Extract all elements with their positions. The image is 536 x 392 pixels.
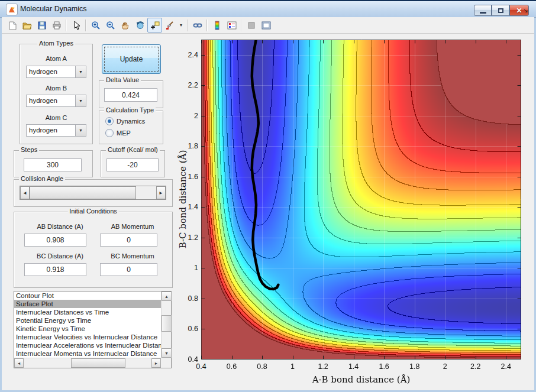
bc-distance-label: BC Distance (A) — [20, 252, 100, 260]
calculation-type-panel: Calculation Type Dynamics MEP — [99, 111, 163, 144]
delta-value-field[interactable]: 0.424 — [104, 88, 157, 102]
brush-icon[interactable] — [162, 18, 177, 33]
pointer-icon[interactable] — [69, 18, 83, 33]
figure-toolbar: ▾ — [2, 17, 534, 34]
zoom-in-icon[interactable] — [88, 18, 103, 33]
horizontal-scrollbar[interactable]: ◄ ► — [14, 358, 161, 368]
colorbar-icon[interactable] — [209, 18, 224, 33]
restore-icon — [498, 8, 503, 13]
hide-plot-tools-icon[interactable] — [244, 18, 259, 33]
y-tick-label: 2.4 — [179, 51, 198, 59]
ab-momentum-label: AB Momentum — [100, 223, 165, 230]
matlab-app-icon — [6, 4, 18, 15]
x-tick-label: 1.4 — [342, 362, 366, 371]
new-figure-icon[interactable] — [5, 18, 20, 33]
steps-field[interactable]: 300 — [24, 158, 82, 171]
slider-left-arrow-icon[interactable]: ◄ — [20, 186, 30, 199]
radio-unselected-icon — [105, 129, 114, 137]
bc-momentum-label: BC Momentum — [100, 252, 165, 260]
minimize-button[interactable] — [474, 5, 492, 16]
cutoff-field[interactable]: -20 — [106, 158, 159, 171]
zoom-out-icon[interactable] — [103, 18, 118, 33]
chevron-down-icon[interactable]: ▼ — [75, 95, 86, 106]
radio-selected-icon — [105, 117, 114, 125]
toolbar-overflow-arrow[interactable]: ↘ — [523, 7, 528, 14]
horizontal-scroll-track[interactable] — [24, 358, 151, 368]
vertical-scrollbar[interactable]: ▲ ▼ — [161, 291, 171, 358]
slider-right-arrow-icon[interactable]: ► — [156, 186, 166, 199]
list-item[interactable]: Internuclear Accelerations vs Internucle… — [14, 341, 161, 349]
slider-thumb[interactable] — [30, 186, 136, 199]
pan-icon[interactable] — [118, 18, 133, 33]
list-item[interactable]: Contour Plot — [14, 291, 161, 300]
atom-a-dropdown[interactable]: hydrogen ▼ — [26, 66, 86, 78]
atom-a-value: hydrogen — [27, 66, 75, 77]
initial-conditions-title: Initial Conditions — [67, 208, 119, 215]
window-title: Molecular Dynamics — [20, 5, 87, 13]
delta-value-title: Delta Value — [104, 76, 141, 83]
scrollbar-corner — [161, 358, 171, 368]
y-axis-label: B-C bond distance (Å) — [177, 150, 188, 249]
app-window: Molecular Dynamics ✕ ▾ ↘ Atom Types Atom… — [0, 0, 536, 392]
atom-c-dropdown[interactable]: hydrogen ▼ — [26, 124, 86, 137]
atom-b-dropdown[interactable]: hydrogen ▼ — [26, 95, 86, 107]
slider-track[interactable] — [136, 186, 156, 199]
close-icon: ✕ — [516, 7, 522, 15]
open-file-icon[interactable] — [20, 18, 34, 33]
x-tick-label: 0.8 — [250, 362, 274, 371]
radio-dynamics[interactable]: Dynamics — [105, 117, 145, 125]
atom-types-panel: Atom Types Atom A hydrogen ▼ Atom B hydr… — [20, 44, 93, 144]
radio-mep[interactable]: MEP — [105, 129, 131, 137]
x-tick-label: 2.4 — [494, 362, 518, 371]
horizontal-scroll-thumb[interactable] — [71, 358, 125, 368]
plot-type-list: Contour PlotSurface PlotInternuclear Dis… — [14, 291, 161, 358]
ab-momentum-field[interactable]: 0 — [100, 234, 157, 247]
radio-dynamics-label: Dynamics — [117, 118, 145, 125]
bc-distance-field[interactable]: 0.918 — [24, 263, 86, 276]
list-item[interactable]: Potential Energy vs Time — [14, 316, 161, 325]
x-tick-label: 1.6 — [372, 362, 396, 371]
list-item[interactable]: Internuclear Momenta vs Internuclear Dis… — [14, 349, 161, 358]
window-frame — [0, 18, 2, 392]
window-controls: ✕ — [474, 5, 529, 16]
cutoff-panel: Cutoff (Kcal/ mol) -20 — [101, 150, 165, 177]
vertical-scroll-thumb[interactable] — [162, 315, 172, 332]
list-item[interactable]: Internuclear Velocities vs Internuclear … — [14, 333, 161, 341]
dock-figure-icon[interactable] — [259, 18, 273, 33]
atom-types-title: Atom Types — [37, 40, 75, 47]
toolbar-separator — [85, 20, 86, 31]
delta-value-panel: Delta Value 0.424 — [99, 80, 163, 108]
scroll-left-icon[interactable]: ◄ — [14, 358, 24, 368]
update-button[interactable]: Update — [102, 44, 161, 74]
y-tick-label: 2.2 — [179, 81, 198, 89]
data-cursor-icon[interactable] — [147, 18, 162, 33]
list-item[interactable]: Internuclear Distances vs Time — [14, 308, 161, 316]
ab-distance-field[interactable]: 0.908 — [24, 234, 86, 247]
x-tick-label: 0.6 — [220, 362, 244, 371]
rotate-3d-icon[interactable] — [133, 18, 147, 33]
print-icon[interactable] — [49, 18, 64, 33]
bc-momentum-field[interactable]: 0 — [100, 263, 157, 276]
legend-icon[interactable] — [224, 18, 239, 33]
link-plot-icon[interactable] — [190, 18, 205, 33]
y-tick-label: 0.4 — [179, 355, 198, 364]
brush-dropdown-caret[interactable]: ▾ — [177, 18, 185, 33]
x-axis-label: A-B bond distance (Å) — [201, 374, 521, 385]
collision-angle-slider[interactable]: ◄ ► — [20, 186, 166, 200]
chevron-down-icon[interactable]: ▼ — [75, 125, 86, 136]
scroll-down-icon[interactable]: ▼ — [162, 348, 172, 358]
chevron-down-icon[interactable]: ▼ — [75, 66, 86, 77]
scroll-right-icon[interactable]: ► — [151, 358, 161, 368]
save-icon[interactable] — [34, 18, 49, 33]
scroll-up-icon[interactable]: ▲ — [162, 291, 172, 301]
list-item[interactable]: Kinetic Energy vs Time — [14, 325, 161, 333]
steps-panel: Steps 300 — [14, 150, 93, 177]
initial-conditions-panel: Initial Conditions AB Distance (A) AB Mo… — [14, 212, 173, 288]
y-tick-label: 0.8 — [179, 294, 198, 303]
potential-energy-surface-plot[interactable] — [201, 40, 521, 359]
collision-angle-panel: Collision Angle ◄ ► — [14, 179, 173, 207]
list-item[interactable]: Surface Plot — [14, 300, 161, 308]
radio-mep-label: MEP — [117, 129, 131, 137]
restore-button[interactable] — [492, 5, 509, 16]
x-tick-label: 0.4 — [189, 362, 213, 371]
